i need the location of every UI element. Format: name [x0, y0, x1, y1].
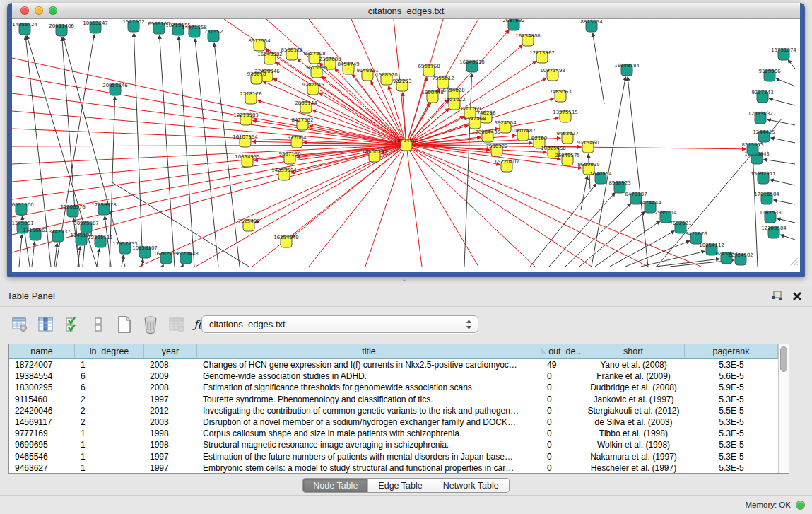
- citation-edge-red: [12, 145, 406, 146]
- tab-network-table[interactable]: Network Table: [433, 479, 509, 492]
- graph-node[interactable]: 12093832: [748, 111, 773, 124]
- minimize-window-button[interactable]: [35, 6, 43, 15]
- graph-node-label: 939618: [247, 71, 266, 77]
- graph-node[interactable]: 9227343: [751, 90, 773, 103]
- window-titlebar[interactable]: citations_edges.txt: [12, 3, 800, 19]
- tab-edge-table[interactable]: Edge Table: [367, 479, 432, 492]
- table-row[interactable]: 1872400712008Changes of HCN gene express…: [9, 359, 778, 370]
- scrollbar-thumb[interactable]: [780, 346, 787, 372]
- graph-node[interactable]: 9115460: [577, 140, 599, 153]
- graph-node[interactable]: 7955812: [432, 76, 454, 88]
- graph-node[interactable]: 7485063: [549, 89, 571, 102]
- graph-node[interactable]: 14055724: [12, 22, 37, 35]
- graph-node[interactable]: 16640910: [459, 59, 485, 72]
- graph-node[interactable]: 13975115: [553, 110, 578, 122]
- graph-node[interactable]: 1527602: [122, 19, 144, 32]
- float-panel-icon[interactable]: [771, 291, 784, 302]
- new-table-button[interactable]: [114, 315, 134, 334]
- graph-node[interactable]: 17016504: [754, 192, 779, 204]
- graph-node[interactable]: 8186328: [281, 47, 302, 60]
- table-row[interactable]: 977716911998Corpus callosum shape and si…: [9, 428, 778, 439]
- graph-node[interactable]: 12213967: [529, 50, 555, 63]
- graph-node[interactable]: 7525402: [237, 218, 259, 231]
- close-panel-icon[interactable]: [792, 291, 802, 301]
- graph-node[interactable]: 9463627: [556, 131, 578, 144]
- table-row[interactable]: 2242004622012Investigating the contribut…: [9, 405, 778, 416]
- graph-node[interactable]: 16354049: [273, 235, 299, 247]
- graph-node[interactable]: 932203: [393, 78, 412, 91]
- graph-node-label: 10607487: [510, 128, 536, 134]
- zoom-window-button[interactable]: [49, 6, 57, 15]
- graph-node-label: 12213967: [529, 50, 555, 56]
- graph-node[interactable]: 20053346: [102, 83, 128, 95]
- citation-edge-black: [770, 180, 795, 185]
- close-window-button[interactable]: [20, 6, 29, 15]
- network-canvas[interactable]: 1872400789129541654398281863289327508236…: [12, 19, 800, 267]
- graph-node[interactable]: 16154808: [515, 33, 541, 46]
- delete-column-button[interactable]: [167, 315, 187, 334]
- citation-edge-red: [12, 129, 406, 145]
- graph-node[interactable]: 14671358: [182, 25, 207, 37]
- column-header-title[interactable]: title: [197, 344, 541, 358]
- graph-node[interactable]: 10973493: [540, 68, 565, 81]
- graph-node[interactable]: 12103504: [761, 226, 787, 238]
- graph-node[interactable]: 11156861: [23, 228, 48, 240]
- column-header-outde[interactable]: out_de…: [541, 344, 582, 358]
- graph-node[interactable]: 917004: [288, 135, 307, 148]
- tab-node-table[interactable]: Node Table: [303, 479, 367, 492]
- graph-node[interactable]: 12923448: [173, 251, 199, 264]
- graph-node[interactable]: 20691406: [49, 23, 74, 36]
- graph-node[interactable]: 2718126: [240, 91, 262, 104]
- table-scrollbar[interactable]: [778, 344, 789, 473]
- graph-node[interactable]: 10653247: [83, 21, 108, 33]
- delete-table-button[interactable]: [141, 315, 160, 334]
- graph-node[interactable]: 751552: [204, 29, 223, 42]
- column-header-name[interactable]: name: [9, 344, 75, 358]
- graph-node[interactable]: 2687682: [502, 19, 524, 30]
- graph-node[interactable]: 15692971: [751, 171, 776, 184]
- graph-node[interactable]: 13142737: [45, 229, 71, 242]
- show-columns-button[interactable]: [36, 315, 56, 334]
- graph-node-label: 7525402: [237, 218, 259, 224]
- graph-node[interactable]: 1244415: [753, 129, 775, 142]
- graph-node[interactable]: 15720407: [494, 159, 519, 172]
- unselect-all-button[interactable]: [88, 315, 108, 334]
- graph-node[interactable]: 26051500: [12, 202, 34, 215]
- graph-node[interactable]: 20364436: [475, 129, 500, 142]
- graph-node[interactable]: 30975887: [73, 221, 99, 233]
- column-header-year[interactable]: year: [144, 344, 197, 358]
- graph-node[interactable]: 16648784: [614, 63, 640, 76]
- graph-node[interactable]: 1990448: [421, 90, 443, 103]
- graph-node[interactable]: 9242845: [302, 82, 324, 95]
- column-header-pagerank[interactable]: pagerank: [685, 344, 778, 358]
- table-mode-button[interactable]: [10, 315, 30, 334]
- cell-outde: 0: [541, 370, 582, 382]
- graph-node[interactable]: 12505115: [88, 235, 113, 247]
- graph-node[interactable]: 12213383: [233, 112, 259, 125]
- table-row[interactable]: 1830029562008Estimation of significance …: [9, 382, 778, 393]
- table-row[interactable]: 946554611997Estimation of the future num…: [9, 451, 778, 462]
- graph-node[interactable]: 15751074: [771, 47, 796, 60]
- panel-splitter[interactable]: ⌃: [0, 277, 812, 286]
- graph-node[interactable]: 6961758: [418, 64, 440, 76]
- table-row[interactable]: 1938455462009Genome-wide association stu…: [9, 370, 778, 382]
- memory-ok-indicator: [796, 501, 805, 510]
- graph-node[interactable]: 14353594: [271, 168, 297, 180]
- table-row[interactable]: 911546021997Tourette syndrome. Phenomeno…: [9, 394, 778, 405]
- column-header-short[interactable]: short: [582, 344, 685, 358]
- graph-node-label: 16640910: [459, 59, 485, 65]
- graph-node[interactable]: 1167533: [759, 210, 781, 223]
- resize-grip-icon[interactable]: [789, 256, 799, 266]
- graph-node[interactable]: 17359928: [91, 202, 117, 215]
- graph-node[interactable]: 9329966: [758, 69, 781, 81]
- table-row[interactable]: 969969511998Structural magnetic resonanc…: [9, 439, 778, 450]
- graph-node[interactable]: 16543982: [257, 52, 283, 64]
- graph-node[interactable]: 8813054: [580, 19, 603, 32]
- select-all-button[interactable]: [62, 315, 82, 334]
- cell-name: 18300295: [9, 382, 75, 393]
- table-select-dropdown[interactable]: citations_edges.txt: [201, 315, 478, 333]
- graph-node[interactable]: 2803144: [295, 100, 317, 113]
- column-header-indegree[interactable]: in_degree: [75, 344, 144, 358]
- table-row[interactable]: 1456911722003Disruption of a novel membe…: [9, 416, 778, 428]
- table-row[interactable]: 946362711997Embryonic stem cells: a mode…: [9, 462, 778, 474]
